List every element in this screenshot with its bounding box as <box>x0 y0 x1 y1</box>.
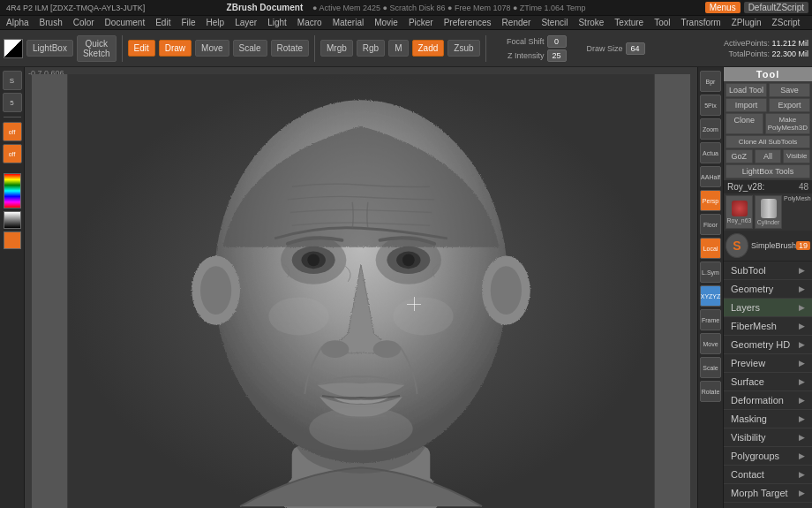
menu-brush[interactable]: Brush <box>37 18 65 27</box>
geometry-hd-arrow: ▶ <box>799 340 805 349</box>
menu-zscript[interactable]: ZScript <box>770 18 803 27</box>
lightbox-tools-button[interactable]: LightBox Tools <box>726 164 810 178</box>
orange-color-indicator[interactable] <box>4 231 21 249</box>
menu-texture[interactable]: Texture <box>612 18 646 27</box>
menu-item-subtool[interactable]: SubTool ▶ <box>724 262 812 280</box>
clone-button[interactable]: Clone <box>726 113 763 134</box>
aahalf-button[interactable]: AAHalf <box>700 166 721 187</box>
menu-render[interactable]: Render <box>500 18 534 27</box>
draw-button[interactable]: Draw <box>159 40 192 57</box>
brush-num-badge: 19 <box>796 241 810 250</box>
actual-button[interactable]: Actua <box>700 142 721 163</box>
menu-preferences[interactable]: Preferences <box>441 18 494 27</box>
menu-item-polypaint[interactable]: Polypaint ▶ <box>724 503 812 508</box>
brush-icon[interactable]: S <box>726 233 748 258</box>
menu-item-polygroups[interactable]: Polygroups ▶ <box>724 447 812 466</box>
menu-item-geometry-hd[interactable]: Geometry HD ▶ <box>724 336 812 354</box>
menu-item-surface[interactable]: Surface ▶ <box>724 373 812 391</box>
menu-help[interactable]: Help <box>204 18 228 27</box>
draw-size-value[interactable]: 64 <box>626 42 645 55</box>
rotate-view-button[interactable]: Rotate <box>700 381 721 402</box>
5pix-button[interactable]: 5Pix <box>700 95 721 116</box>
menu-stroke[interactable]: Stroke <box>575 18 606 27</box>
color-rainbow[interactable] <box>4 173 21 209</box>
left-btn-off2[interactable]: off <box>3 144 22 163</box>
subtool-thumb-1[interactable]: Roy_n63 <box>726 195 753 229</box>
menu-item-visibility[interactable]: Visibility ▶ <box>724 428 812 447</box>
menu-item-fibermesh[interactable]: FiberMesh ▶ <box>724 317 812 336</box>
menu-layer[interactable]: Layer <box>232 18 259 27</box>
morph-target-arrow: ▶ <box>799 489 805 497</box>
all-button[interactable]: All <box>755 149 782 163</box>
zoom-button[interactable]: Zoom <box>700 118 721 140</box>
scale-button[interactable]: Scale <box>233 40 267 57</box>
quick-sketch-button[interactable]: QuickSketch <box>77 35 117 62</box>
zsub-button[interactable]: Zsub <box>447 40 479 57</box>
mrgb-button[interactable]: Mrgb <box>320 40 353 57</box>
menu-tool[interactable]: Tool <box>651 18 673 27</box>
menu-item-layers[interactable]: Layers ▶ <box>724 299 812 317</box>
rgb-button[interactable]: Rgb <box>357 40 385 57</box>
xyzyz-button[interactable]: XYZYZ <box>700 285 721 307</box>
menu-transform[interactable]: Transform <box>679 18 724 27</box>
m-button[interactable]: M <box>388 40 408 57</box>
menu-edit[interactable]: Edit <box>153 18 173 27</box>
rotate-button[interactable]: Rotate <box>271 40 309 57</box>
local-button[interactable]: Local <box>700 238 721 259</box>
scale-view-button[interactable]: Scale <box>700 357 721 378</box>
subtool-thumb-2[interactable]: Cylinder <box>755 195 782 229</box>
left-btn-off1[interactable]: off <box>3 122 22 141</box>
menu-item-morph-target[interactable]: Morph Target ▶ <box>724 484 812 503</box>
menu-item-geometry[interactable]: Geometry ▶ <box>724 280 812 299</box>
menu-document[interactable]: Document <box>102 18 148 27</box>
menu-color[interactable]: Color <box>71 18 97 27</box>
color-gradient-bar[interactable] <box>4 211 21 229</box>
separator-2 <box>314 35 315 62</box>
canvas-area[interactable]: -0.7,0.606 <box>25 67 697 508</box>
lightbox-button[interactable]: LightBox <box>26 40 73 57</box>
masking-arrow: ▶ <box>799 414 805 423</box>
edit-button[interactable]: Edit <box>128 40 155 57</box>
menu-zplugin[interactable]: ZPlugin <box>729 18 764 27</box>
menu-item-preview[interactable]: Preview ▶ <box>724 354 812 373</box>
move-button[interactable]: Move <box>195 40 229 57</box>
clone-all-subtools-button[interactable]: Clone All SubTools <box>726 135 810 148</box>
menu-item-contact[interactable]: Contact ▶ <box>724 466 812 484</box>
app-title: 4R4 P2 ILM [ZDXZ-TMQA-AYL3-JUTK] <box>4 4 147 12</box>
lsym-button[interactable]: L.Sym <box>700 262 721 283</box>
menu-macro[interactable]: Macro <box>295 18 325 27</box>
menu-picker[interactable]: Picker <box>406 18 436 27</box>
menu-material[interactable]: Material <box>330 18 367 27</box>
svg-point-18 <box>268 297 328 335</box>
move-view-button[interactable]: Move <box>700 333 721 354</box>
load-tool-button[interactable]: Load Tool <box>726 83 767 97</box>
save-button[interactable]: Save <box>769 83 810 97</box>
bpr-button[interactable]: Bpr <box>700 71 721 92</box>
goz-button[interactable]: GoZ <box>726 149 753 163</box>
left-btn-5[interactable]: 5 <box>3 93 22 112</box>
export-button[interactable]: Export <box>769 98 810 112</box>
menu-movie[interactable]: Movie <box>372 18 401 27</box>
viewport[interactable] <box>32 74 690 508</box>
color-swatch[interactable] <box>4 39 23 58</box>
menu-light[interactable]: Light <box>265 18 289 27</box>
menu-stencil[interactable]: Stencil <box>538 18 570 27</box>
menu-file[interactable]: File <box>178 18 198 27</box>
import-button[interactable]: Import <box>726 98 767 112</box>
left-btn-s[interactable]: S <box>3 71 22 90</box>
focal-shift-value[interactable]: 0 <box>547 35 567 48</box>
z-intensity-value[interactable]: 25 <box>547 49 567 62</box>
persp-button[interactable]: Persp <box>700 190 721 211</box>
zadd-button[interactable]: Zadd <box>412 40 445 57</box>
menus-button[interactable]: Menus <box>705 2 741 13</box>
make-polymesh-button[interactable]: Make PolyMesh3D <box>765 113 810 134</box>
defaultzscript-button[interactable]: DefaultZScript <box>744 2 808 13</box>
frame-button[interactable]: Frame <box>700 309 721 330</box>
main-layout: S 5 off off -0.7,0.606 <box>0 67 812 508</box>
subtool-thumbnails: Roy_n63 Cylinder PolyMesh <box>724 193 812 231</box>
floor-button[interactable]: Floor <box>700 214 721 235</box>
visible-button[interactable]: Visible <box>783 149 810 163</box>
menu-item-masking[interactable]: Masking ▶ <box>724 410 812 428</box>
menu-alpha[interactable]: Alpha <box>4 18 32 27</box>
menu-item-deformation[interactable]: Deformation ▶ <box>724 391 812 410</box>
